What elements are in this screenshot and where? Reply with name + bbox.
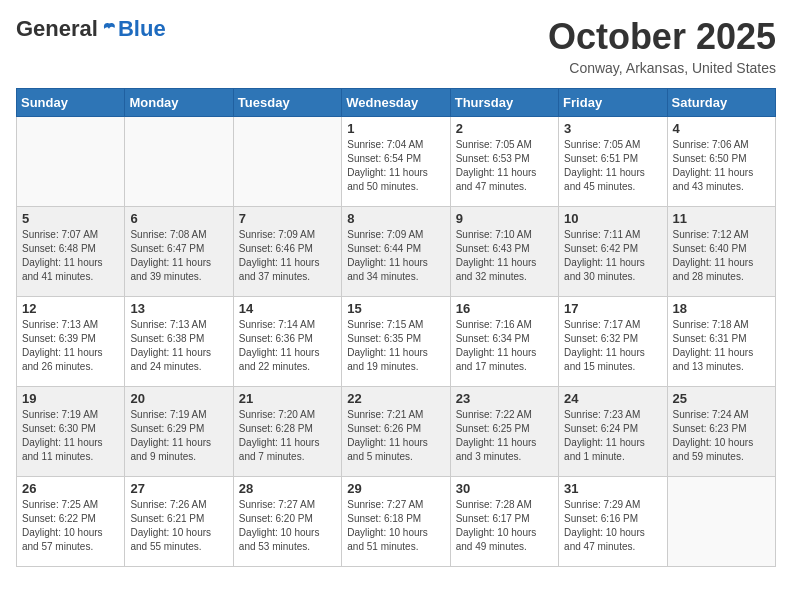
- day-number: 18: [673, 301, 770, 316]
- logo-bird-icon: [100, 20, 118, 38]
- weekday-header-monday: Monday: [125, 89, 233, 117]
- calendar-cell: 18Sunrise: 7:18 AM Sunset: 6:31 PM Dayli…: [667, 297, 775, 387]
- day-number: 28: [239, 481, 336, 496]
- calendar-cell: [233, 117, 341, 207]
- weekday-header-friday: Friday: [559, 89, 667, 117]
- day-info: Sunrise: 7:05 AM Sunset: 6:51 PM Dayligh…: [564, 138, 661, 194]
- logo-blue-text: Blue: [118, 16, 166, 42]
- day-info: Sunrise: 7:27 AM Sunset: 6:18 PM Dayligh…: [347, 498, 444, 554]
- page-header: General Blue October 2025 Conway, Arkans…: [16, 16, 776, 76]
- day-number: 11: [673, 211, 770, 226]
- day-info: Sunrise: 7:20 AM Sunset: 6:28 PM Dayligh…: [239, 408, 336, 464]
- day-number: 1: [347, 121, 444, 136]
- calendar-cell: 10Sunrise: 7:11 AM Sunset: 6:42 PM Dayli…: [559, 207, 667, 297]
- day-info: Sunrise: 7:13 AM Sunset: 6:38 PM Dayligh…: [130, 318, 227, 374]
- day-number: 4: [673, 121, 770, 136]
- calendar-cell: 29Sunrise: 7:27 AM Sunset: 6:18 PM Dayli…: [342, 477, 450, 567]
- weekday-header-saturday: Saturday: [667, 89, 775, 117]
- day-info: Sunrise: 7:15 AM Sunset: 6:35 PM Dayligh…: [347, 318, 444, 374]
- day-info: Sunrise: 7:11 AM Sunset: 6:42 PM Dayligh…: [564, 228, 661, 284]
- day-number: 22: [347, 391, 444, 406]
- day-number: 21: [239, 391, 336, 406]
- calendar-cell: 25Sunrise: 7:24 AM Sunset: 6:23 PM Dayli…: [667, 387, 775, 477]
- weekday-header-sunday: Sunday: [17, 89, 125, 117]
- calendar-cell: [17, 117, 125, 207]
- calendar-cell: 19Sunrise: 7:19 AM Sunset: 6:30 PM Dayli…: [17, 387, 125, 477]
- day-number: 20: [130, 391, 227, 406]
- day-info: Sunrise: 7:14 AM Sunset: 6:36 PM Dayligh…: [239, 318, 336, 374]
- day-info: Sunrise: 7:07 AM Sunset: 6:48 PM Dayligh…: [22, 228, 119, 284]
- calendar-cell: 15Sunrise: 7:15 AM Sunset: 6:35 PM Dayli…: [342, 297, 450, 387]
- calendar-cell: 13Sunrise: 7:13 AM Sunset: 6:38 PM Dayli…: [125, 297, 233, 387]
- day-info: Sunrise: 7:25 AM Sunset: 6:22 PM Dayligh…: [22, 498, 119, 554]
- day-number: 5: [22, 211, 119, 226]
- day-info: Sunrise: 7:19 AM Sunset: 6:29 PM Dayligh…: [130, 408, 227, 464]
- day-number: 8: [347, 211, 444, 226]
- day-number: 13: [130, 301, 227, 316]
- day-info: Sunrise: 7:09 AM Sunset: 6:44 PM Dayligh…: [347, 228, 444, 284]
- calendar-week-row-4: 19Sunrise: 7:19 AM Sunset: 6:30 PM Dayli…: [17, 387, 776, 477]
- calendar-table: SundayMondayTuesdayWednesdayThursdayFrid…: [16, 88, 776, 567]
- day-info: Sunrise: 7:29 AM Sunset: 6:16 PM Dayligh…: [564, 498, 661, 554]
- day-info: Sunrise: 7:04 AM Sunset: 6:54 PM Dayligh…: [347, 138, 444, 194]
- calendar-week-row-5: 26Sunrise: 7:25 AM Sunset: 6:22 PM Dayli…: [17, 477, 776, 567]
- calendar-cell: 1Sunrise: 7:04 AM Sunset: 6:54 PM Daylig…: [342, 117, 450, 207]
- calendar-cell: 24Sunrise: 7:23 AM Sunset: 6:24 PM Dayli…: [559, 387, 667, 477]
- calendar-cell: 21Sunrise: 7:20 AM Sunset: 6:28 PM Dayli…: [233, 387, 341, 477]
- calendar-cell: [667, 477, 775, 567]
- day-number: 31: [564, 481, 661, 496]
- day-number: 3: [564, 121, 661, 136]
- day-number: 27: [130, 481, 227, 496]
- calendar-week-row-1: 1Sunrise: 7:04 AM Sunset: 6:54 PM Daylig…: [17, 117, 776, 207]
- day-number: 12: [22, 301, 119, 316]
- day-info: Sunrise: 7:08 AM Sunset: 6:47 PM Dayligh…: [130, 228, 227, 284]
- month-title: October 2025: [548, 16, 776, 58]
- day-info: Sunrise: 7:28 AM Sunset: 6:17 PM Dayligh…: [456, 498, 553, 554]
- calendar-cell: 22Sunrise: 7:21 AM Sunset: 6:26 PM Dayli…: [342, 387, 450, 477]
- day-info: Sunrise: 7:06 AM Sunset: 6:50 PM Dayligh…: [673, 138, 770, 194]
- calendar-cell: 2Sunrise: 7:05 AM Sunset: 6:53 PM Daylig…: [450, 117, 558, 207]
- day-info: Sunrise: 7:13 AM Sunset: 6:39 PM Dayligh…: [22, 318, 119, 374]
- day-number: 25: [673, 391, 770, 406]
- location: Conway, Arkansas, United States: [548, 60, 776, 76]
- calendar-cell: 9Sunrise: 7:10 AM Sunset: 6:43 PM Daylig…: [450, 207, 558, 297]
- weekday-header-tuesday: Tuesday: [233, 89, 341, 117]
- day-number: 24: [564, 391, 661, 406]
- day-number: 14: [239, 301, 336, 316]
- day-number: 19: [22, 391, 119, 406]
- calendar-cell: 23Sunrise: 7:22 AM Sunset: 6:25 PM Dayli…: [450, 387, 558, 477]
- day-info: Sunrise: 7:21 AM Sunset: 6:26 PM Dayligh…: [347, 408, 444, 464]
- calendar-cell: 7Sunrise: 7:09 AM Sunset: 6:46 PM Daylig…: [233, 207, 341, 297]
- day-info: Sunrise: 7:24 AM Sunset: 6:23 PM Dayligh…: [673, 408, 770, 464]
- day-info: Sunrise: 7:19 AM Sunset: 6:30 PM Dayligh…: [22, 408, 119, 464]
- day-number: 26: [22, 481, 119, 496]
- calendar-cell: 28Sunrise: 7:27 AM Sunset: 6:20 PM Dayli…: [233, 477, 341, 567]
- calendar-cell: 3Sunrise: 7:05 AM Sunset: 6:51 PM Daylig…: [559, 117, 667, 207]
- calendar-cell: 14Sunrise: 7:14 AM Sunset: 6:36 PM Dayli…: [233, 297, 341, 387]
- calendar-cell: 17Sunrise: 7:17 AM Sunset: 6:32 PM Dayli…: [559, 297, 667, 387]
- day-number: 29: [347, 481, 444, 496]
- day-number: 2: [456, 121, 553, 136]
- calendar-cell: 4Sunrise: 7:06 AM Sunset: 6:50 PM Daylig…: [667, 117, 775, 207]
- calendar-cell: 6Sunrise: 7:08 AM Sunset: 6:47 PM Daylig…: [125, 207, 233, 297]
- calendar-cell: 26Sunrise: 7:25 AM Sunset: 6:22 PM Dayli…: [17, 477, 125, 567]
- day-info: Sunrise: 7:17 AM Sunset: 6:32 PM Dayligh…: [564, 318, 661, 374]
- calendar-cell: 20Sunrise: 7:19 AM Sunset: 6:29 PM Dayli…: [125, 387, 233, 477]
- calendar-cell: 5Sunrise: 7:07 AM Sunset: 6:48 PM Daylig…: [17, 207, 125, 297]
- day-number: 15: [347, 301, 444, 316]
- calendar-cell: 16Sunrise: 7:16 AM Sunset: 6:34 PM Dayli…: [450, 297, 558, 387]
- day-number: 7: [239, 211, 336, 226]
- weekday-header-row: SundayMondayTuesdayWednesdayThursdayFrid…: [17, 89, 776, 117]
- calendar-cell: 27Sunrise: 7:26 AM Sunset: 6:21 PM Dayli…: [125, 477, 233, 567]
- calendar-cell: 30Sunrise: 7:28 AM Sunset: 6:17 PM Dayli…: [450, 477, 558, 567]
- day-number: 30: [456, 481, 553, 496]
- calendar-cell: 12Sunrise: 7:13 AM Sunset: 6:39 PM Dayli…: [17, 297, 125, 387]
- calendar-week-row-3: 12Sunrise: 7:13 AM Sunset: 6:39 PM Dayli…: [17, 297, 776, 387]
- calendar-cell: 8Sunrise: 7:09 AM Sunset: 6:44 PM Daylig…: [342, 207, 450, 297]
- day-number: 6: [130, 211, 227, 226]
- logo-general-text: General: [16, 16, 98, 42]
- day-info: Sunrise: 7:09 AM Sunset: 6:46 PM Dayligh…: [239, 228, 336, 284]
- day-info: Sunrise: 7:05 AM Sunset: 6:53 PM Dayligh…: [456, 138, 553, 194]
- calendar-cell: [125, 117, 233, 207]
- day-info: Sunrise: 7:16 AM Sunset: 6:34 PM Dayligh…: [456, 318, 553, 374]
